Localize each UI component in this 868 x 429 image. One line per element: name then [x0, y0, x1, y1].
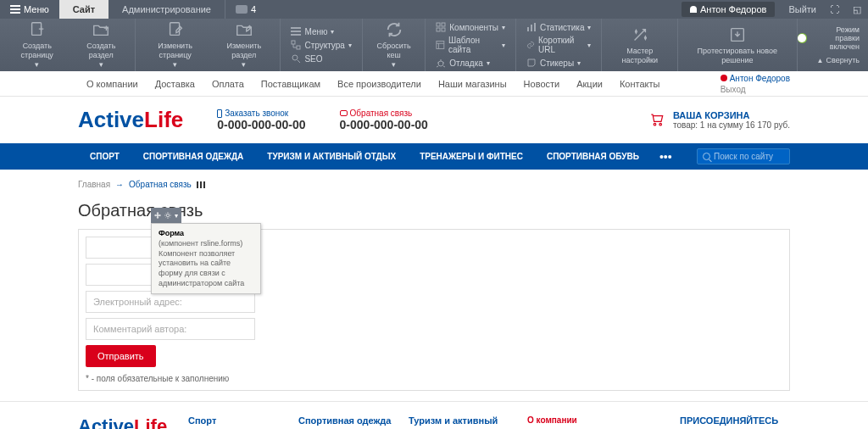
admin-menu-label: Меню — [24, 4, 49, 14]
site-footer: ActiveLife Заказать звонок Спорт Велоспо… — [0, 401, 868, 429]
statistics-tool[interactable]: Статистика▾ — [520, 20, 598, 34]
sticker-icon — [526, 58, 537, 68]
site-logo[interactable]: ActiveLife — [78, 107, 183, 133]
short-url-tool[interactable]: Короткий URL▾ — [520, 34, 598, 56]
top-nav-about[interactable]: О компании — [78, 79, 147, 89]
footer-col-sport[interactable]: Спорт — [188, 415, 281, 426]
breadcrumb-current[interactable]: Обратная связь — [129, 180, 192, 189]
stickers-tool[interactable]: Стикеры▾ — [520, 56, 598, 70]
top-nav-contacts[interactable]: Контакты — [611, 79, 669, 89]
top-nav-promo[interactable]: Акции — [568, 79, 611, 89]
person-icon — [721, 75, 727, 81]
cart-block[interactable]: ВАША КОРЗИНА товар: 1 на сумму 16 170 ру… — [648, 110, 790, 130]
top-nav-news[interactable]: Новости — [515, 79, 569, 89]
submit-button[interactable]: Отправить — [86, 345, 156, 367]
wizard-button[interactable]: Мастер настройки — [605, 22, 674, 69]
reset-cache-button[interactable]: Сбросить кеш▾ — [366, 17, 421, 72]
collapse-toolbar-button[interactable]: ▲Свернуть — [817, 56, 860, 64]
move-icon — [154, 212, 161, 219]
footer-col-tourism[interactable]: Туризм и активный отдых — [409, 415, 510, 429]
top-nav-delivery[interactable]: Доставка — [147, 79, 203, 89]
svg-rect-15 — [531, 25, 532, 31]
nav-shoes[interactable]: СПОРТИВНАЯ ОБУВЬ — [535, 143, 651, 170]
admin-top-bar: Меню Сайт Администрирование 4 Антон Федо… — [0, 0, 868, 19]
template-icon — [436, 40, 445, 50]
nav-fitness[interactable]: ТРЕНАЖЕРЫ И ФИТНЕС — [408, 143, 535, 170]
svg-point-13 — [438, 61, 443, 66]
list-icon — [291, 26, 301, 36]
component-tooltip: Форма (компонент rsline.forms) Компонент… — [151, 223, 261, 294]
bug-icon — [436, 58, 446, 68]
search-icon — [703, 153, 710, 160]
footer-link-about[interactable]: О компании — [527, 415, 595, 425]
top-nav-stores[interactable]: Наши магазины — [430, 79, 515, 89]
debug-tool[interactable]: Отладка▾ — [429, 56, 512, 70]
tree-icon — [291, 40, 301, 50]
edit-section-button[interactable]: Изменить раздел▾ — [211, 17, 276, 72]
help-icon[interactable]: ◱ — [846, 4, 868, 15]
top-nav-user-block: Антон Федоров Выход — [721, 74, 790, 94]
top-nav-brands[interactable]: Все производители — [329, 79, 430, 89]
svg-rect-5 — [292, 41, 295, 44]
site-user-link[interactable]: Антон Федоров — [721, 74, 790, 83]
create-section-button[interactable]: Создать раздел▾ — [70, 17, 131, 72]
chart-icon — [526, 22, 537, 32]
template-tool[interactable]: Шаблон сайта▾ — [429, 34, 512, 56]
svg-rect-4 — [291, 34, 301, 36]
admin-user-button[interactable]: Антон Федоров — [682, 2, 775, 17]
edit-mode-toggle[interactable]: Режим правки включен — [798, 25, 860, 51]
tab-site[interactable]: Сайт — [59, 0, 108, 19]
search-box[interactable] — [697, 148, 790, 164]
callback-block: Заказать звонок 0-000-000-00-00 — [217, 109, 305, 131]
footer-col-clothing[interactable]: Спортивная одежда — [298, 415, 392, 426]
seo-tool[interactable]: SEO — [284, 52, 358, 65]
message-count: 4 — [251, 4, 256, 14]
svg-rect-3 — [291, 31, 301, 32]
menu-tool[interactable]: Меню▾ — [284, 25, 358, 38]
nav-more-button[interactable]: ••• — [651, 150, 681, 164]
messages-button[interactable]: 4 — [225, 4, 266, 14]
edit-page-button[interactable]: Изменить страницу▾ — [139, 17, 211, 72]
component-handle[interactable]: ▾ — [151, 208, 181, 223]
site-header: ActiveLife Заказать звонок 0-000-000-00-… — [0, 97, 868, 143]
svg-point-20 — [166, 214, 169, 216]
search-input[interactable] — [714, 152, 782, 161]
admin-logout-button[interactable]: Выйти — [782, 4, 823, 14]
nav-clothing[interactable]: СПОРТИВНАЯ ОДЕЖДА — [131, 143, 255, 170]
structure-tool[interactable]: Структура▾ — [284, 38, 358, 52]
expand-icon[interactable]: ⛶ — [823, 4, 846, 14]
bubble-icon — [340, 110, 348, 116]
chevron-down-icon: ▾ — [175, 212, 178, 220]
gear-icon — [164, 212, 171, 219]
main-nav: СПОРТ СПОРТИВНАЯ ОДЕЖДА ТУРИЗМ И АКТИВНЫ… — [0, 143, 868, 170]
create-page-button[interactable]: Создать страницу▾ — [3, 17, 70, 72]
test-solution-button[interactable]: Протестировать новое решение — [682, 22, 793, 69]
callback-link[interactable]: Заказать звонок — [217, 109, 305, 118]
site-logout-link[interactable]: Выход — [721, 85, 746, 94]
components-tool[interactable]: Компоненты▾ — [429, 20, 512, 34]
grid-icon — [436, 22, 446, 32]
tooltip-title: Форма — [159, 229, 253, 237]
phone-icon — [217, 109, 222, 118]
breadcrumb: Главная → Обратная связь — [78, 180, 790, 189]
breadcrumb-sep: → — [115, 180, 124, 189]
footer-logo[interactable]: ActiveLife — [78, 415, 171, 429]
admin-toolbar: Создать страницу▾ Создать раздел▾ Измени… — [0, 19, 868, 71]
page-edit-icon — [166, 20, 185, 39]
admin-top-left: Меню Сайт Администрирование 4 — [0, 0, 266, 19]
nav-tourism[interactable]: ТУРИЗМ И АКТИВНЫЙ ОТДЫХ — [255, 143, 408, 170]
flag-icon — [197, 181, 205, 188]
breadcrumb-home[interactable]: Главная — [78, 180, 110, 189]
comment-field[interactable]: Комментарий автора: — [86, 318, 255, 340]
feedback-link[interactable]: Обратная связь — [340, 109, 428, 118]
nav-sport[interactable]: СПОРТ — [78, 143, 131, 170]
tab-administration[interactable]: Администрирование — [108, 0, 225, 19]
admin-menu-button[interactable]: Меню — [0, 0, 59, 19]
top-nav-payment[interactable]: Оплата — [203, 79, 253, 89]
social-title: ПРИСОЕДИНЯЙТЕСЬ — [680, 415, 790, 426]
tooltip-text: Компонент позволяет установить на сайте … — [159, 249, 253, 289]
top-nav-suppliers[interactable]: Поставщикам — [253, 79, 329, 89]
switch-icon — [798, 33, 808, 43]
refresh-icon — [385, 20, 403, 39]
cart-title: ВАША КОРЗИНА — [673, 110, 790, 120]
